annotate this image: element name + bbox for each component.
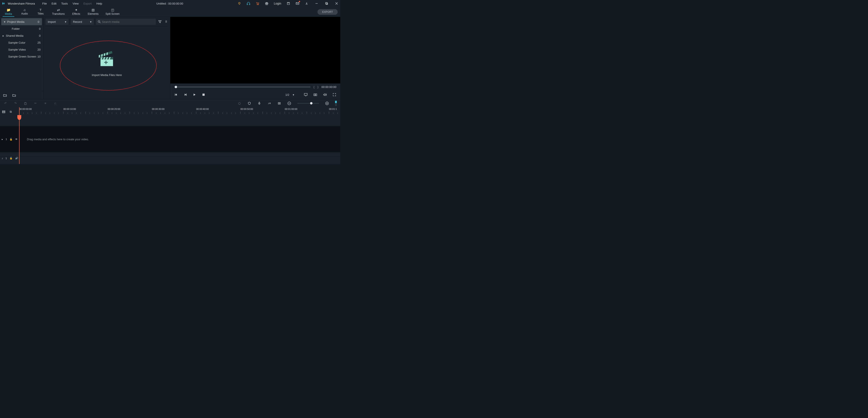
ruler-ticks: [19, 112, 340, 114]
eye-icon[interactable]: 👁: [15, 138, 18, 141]
undo-icon[interactable]: ↶: [3, 101, 7, 105]
seek-slider[interactable]: [174, 86, 311, 88]
tab-effects-label: Effects: [72, 12, 80, 16]
seek-thumb[interactable]: [175, 86, 177, 88]
ruler-label: 00:00:20:00: [107, 108, 120, 110]
media-drop-area[interactable]: Import Media Files Here: [43, 27, 170, 99]
mark-out-icon[interactable]: }: [317, 85, 318, 89]
search-input-wrap[interactable]: [96, 19, 156, 25]
title-right-icons: Login: [238, 2, 309, 5]
lock-icon[interactable]: 🔓: [9, 157, 12, 159]
maximize-icon[interactable]: [324, 2, 329, 5]
stop-icon[interactable]: [202, 93, 206, 97]
preview-video-area[interactable]: [170, 17, 340, 83]
delete-icon[interactable]: [24, 101, 27, 105]
color-wheel-icon[interactable]: ◌: [238, 101, 241, 105]
preview-controls: { } 00:00:00:00 1/2 ▾: [170, 83, 340, 99]
play-icon[interactable]: [192, 93, 196, 97]
audio-track[interactable]: ♪1 🔓 🔊: [0, 156, 340, 160]
main-tabs: 📁 Media ♫ Audio T Titles ⇄ Transitions ✦…: [0, 7, 340, 17]
login-link[interactable]: Login: [274, 2, 281, 5]
import-label: Import: [48, 20, 56, 24]
folder-icon[interactable]: [12, 93, 16, 97]
shield-icon[interactable]: [247, 101, 251, 105]
save-icon[interactable]: [286, 2, 290, 5]
timeline-toolbar: ↶ ↷ ✂ ≡ ⎌ ◌ ♪≡: [0, 99, 340, 107]
audio-track-icon[interactable]: ♪≡: [267, 101, 271, 105]
menu-view[interactable]: View: [72, 2, 79, 5]
video-track-body[interactable]: Drag media and effects here to create yo…: [19, 126, 340, 152]
filter-icon[interactable]: [158, 20, 162, 24]
timeline: ⧉ 00:00:00:00 00:00:10:00 00:00:20:00 00…: [0, 107, 340, 164]
sidebar-item-sample-video[interactable]: Sample Video 20: [0, 46, 43, 53]
zoom-fit-icon[interactable]: [335, 101, 337, 106]
step-back-icon[interactable]: [174, 93, 178, 97]
search-icon: [98, 20, 101, 23]
grid-view-icon[interactable]: ⠿: [164, 20, 168, 24]
close-icon[interactable]: [335, 2, 339, 5]
record-dropdown[interactable]: Record ▾: [71, 19, 94, 25]
menu-help[interactable]: Help: [96, 2, 102, 5]
media-toolbar: Import ▾ Record ▾ ⠿: [43, 17, 170, 24]
window-buttons: [315, 2, 339, 5]
tab-transitions[interactable]: ⇄ Transitions: [51, 7, 66, 17]
tab-split-screen[interactable]: ◫ Split Screen: [104, 7, 121, 17]
new-folder-icon[interactable]: [3, 93, 7, 97]
volume-icon[interactable]: [323, 93, 327, 97]
link-icon[interactable]: ⧉: [9, 110, 12, 114]
tab-elements[interactable]: ▧ Elements: [86, 7, 100, 17]
sidebar-label: Sample Green Screen: [8, 55, 36, 58]
cut-icon[interactable]: ✂: [33, 101, 37, 105]
lightbulb-icon[interactable]: [238, 2, 241, 5]
mark-in-icon[interactable]: {: [314, 85, 314, 89]
marker-icon[interactable]: [277, 101, 281, 105]
zoom-thumb[interactable]: [310, 102, 312, 104]
sidebar-item-folder[interactable]: Folder 0: [0, 25, 43, 32]
sidebar-count: 0: [39, 34, 40, 37]
zoom-slider[interactable]: [297, 103, 319, 104]
tab-media[interactable]: 📁 Media: [3, 7, 14, 17]
timeline-ruler[interactable]: 00:00:00:00 00:00:10:00 00:00:20:00 00:0…: [19, 107, 340, 116]
step-forward-icon[interactable]: [183, 93, 187, 97]
ruler-label: 00:01:1: [329, 108, 337, 110]
tab-audio[interactable]: ♫ Audio: [19, 7, 30, 17]
headphones-icon[interactable]: [247, 2, 250, 5]
zoom-out-icon[interactable]: [287, 101, 291, 105]
video-track[interactable]: ▸1 🔓 👁 Drag media and effects here to cr…: [0, 126, 340, 152]
lock-icon[interactable]: 🔓: [9, 138, 12, 141]
microphone-icon[interactable]: [257, 101, 261, 105]
speaker-icon[interactable]: 🔊: [15, 157, 18, 159]
audio-track-head: ♪1 🔓 🔊: [0, 156, 19, 160]
zoom-in-icon[interactable]: [325, 101, 329, 105]
preview-quality-dropdown[interactable]: 1/2 ▾: [285, 93, 294, 96]
menu-file[interactable]: File: [42, 2, 47, 5]
audio-mixer-icon[interactable]: ⎌: [53, 101, 57, 105]
import-dropdown[interactable]: Import ▾: [45, 19, 69, 25]
sidebar-item-sample-color[interactable]: Sample Color 25: [0, 39, 43, 46]
minimize-icon[interactable]: [315, 2, 318, 5]
monitor-icon[interactable]: [304, 93, 308, 97]
ruler-label: 00:00:30:00: [152, 108, 164, 110]
playhead-handle[interactable]: [18, 115, 21, 120]
ruler-label: 00:00:50:00: [241, 108, 253, 110]
sidebar-item-shared-media[interactable]: ▸Shared Media 0: [0, 32, 43, 39]
svg-point-15: [98, 21, 100, 22]
adjust-icon[interactable]: ≡: [43, 101, 47, 105]
fullscreen-icon[interactable]: [333, 93, 336, 97]
redo-icon[interactable]: ↷: [13, 101, 18, 105]
svg-point-36: [315, 94, 316, 95]
gift-icon[interactable]: [265, 2, 269, 5]
sidebar-item-project-media[interactable]: ▾Project Media 0: [1, 18, 42, 25]
download-icon[interactable]: [305, 2, 309, 5]
menu-edit[interactable]: Edit: [52, 2, 56, 5]
tracks-icon[interactable]: [2, 110, 6, 114]
export-button[interactable]: EXPORT: [317, 9, 338, 15]
tab-effects[interactable]: ✦ Effects: [70, 7, 82, 17]
snapshot-icon[interactable]: [313, 93, 317, 97]
search-input[interactable]: [102, 20, 154, 24]
menu-tools[interactable]: Tools: [61, 2, 68, 5]
cart-icon[interactable]: [256, 2, 259, 5]
mail-icon[interactable]: [296, 2, 300, 5]
tab-titles[interactable]: T Titles: [35, 7, 46, 17]
sidebar-item-sample-green-screen[interactable]: Sample Green Screen 10: [0, 53, 43, 60]
